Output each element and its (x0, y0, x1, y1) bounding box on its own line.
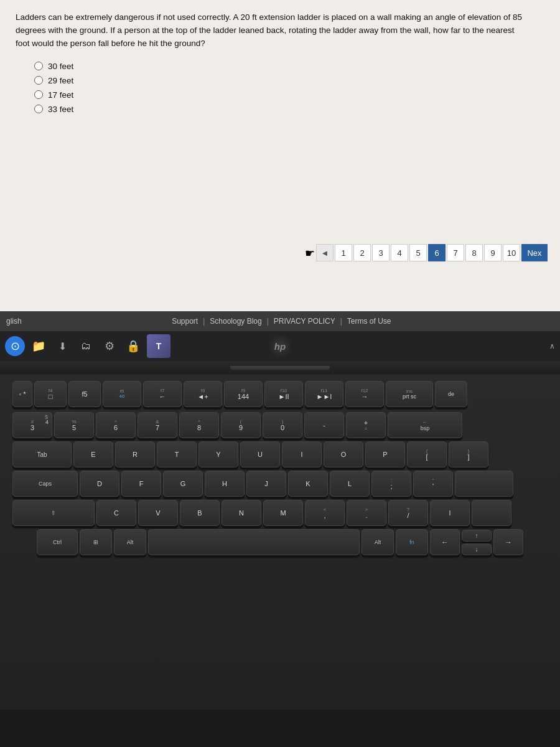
key-equals[interactable]: += (346, 412, 386, 438)
key-left-arrow[interactable]: ← (430, 529, 460, 555)
key-f12[interactable]: f12→ (345, 381, 384, 407)
download-icon[interactable]: ⬇ (52, 336, 72, 356)
key-caps[interactable]: Caps (12, 471, 78, 497)
key-9[interactable]: (9 (221, 412, 261, 438)
schoology-blog-link[interactable]: Schoology Blog (210, 317, 261, 326)
page-btn-5[interactable]: 5 (409, 244, 427, 261)
key-space[interactable] (148, 529, 360, 555)
terms-link[interactable]: Terms of Use (347, 317, 391, 326)
settings-icon[interactable]: ⚙ (100, 336, 119, 356)
key-h[interactable]: H (205, 471, 245, 497)
page-btn-10[interactable]: 10 (503, 244, 520, 261)
fn-row: ◦ * f4□ f5 f640 f7← f8◄+ f9144 f10►II f1… (12, 381, 548, 407)
option-1[interactable]: 30 feet (34, 62, 544, 71)
key-f6[interactable]: f640 (103, 381, 141, 407)
radio-30-feet[interactable] (34, 62, 43, 70)
key-right-arrow[interactable]: → (493, 529, 523, 555)
radio-17-feet[interactable] (34, 90, 43, 99)
key-lbracket[interactable]: {[ (407, 441, 447, 467)
option-3[interactable]: 17 feet (34, 90, 544, 100)
key-win[interactable]: ⊞ (80, 529, 112, 555)
key-l[interactable]: L (330, 471, 370, 497)
key-lshift[interactable]: ⇧ (12, 500, 95, 526)
key-f7[interactable]: f7← (143, 381, 182, 407)
key-quote[interactable]: "' (413, 471, 453, 497)
privacy-policy-link[interactable]: PRIVACY POLICY (274, 317, 335, 326)
radio-33-feet[interactable] (34, 105, 43, 113)
key-p[interactable]: P (365, 441, 405, 467)
key-d[interactable]: D (80, 471, 119, 497)
key-5[interactable]: %5 (54, 412, 94, 438)
key-backspace[interactable]: ← bsp (388, 412, 462, 438)
key-r[interactable]: R (115, 441, 155, 467)
key-alt-left[interactable]: Alt (114, 529, 146, 555)
teams-icon[interactable]: T (147, 334, 170, 358)
option-4[interactable]: 33 feet (34, 105, 544, 114)
key-n[interactable]: N (222, 500, 261, 526)
key-f4[interactable]: f4□ (34, 381, 67, 407)
key-8[interactable]: *8 (179, 412, 219, 438)
page-btn-6[interactable]: 6 (428, 244, 446, 261)
taskbar-chevron-up[interactable]: ∧ (549, 342, 555, 350)
key-g[interactable]: G (163, 471, 203, 497)
key-rshift[interactable] (472, 500, 511, 526)
key-down-arrow[interactable]: ↓ (462, 543, 492, 555)
page-btn-2[interactable]: 2 (353, 244, 371, 261)
page-btn-9[interactable]: 9 (484, 244, 502, 261)
key-k[interactable]: K (288, 471, 328, 497)
key-i[interactable]: I (282, 441, 322, 467)
key-ctrl-left[interactable]: Ctrl (37, 529, 78, 555)
page-btn-1[interactable]: 1 (335, 244, 352, 261)
key-u[interactable]: U (240, 441, 280, 467)
key-up-arrow[interactable]: ↑ (462, 530, 492, 542)
key-tab[interactable]: Tab (12, 441, 72, 467)
key-c[interactable]: C (96, 500, 136, 526)
key-rbracket[interactable]: }] (449, 441, 488, 467)
page-btn-7[interactable]: 7 (447, 244, 464, 261)
key-f10[interactable]: f10►II (264, 381, 303, 407)
file-explorer-icon[interactable]: 📁 (29, 336, 49, 356)
browser-icon[interactable]: ⊙ (5, 336, 25, 356)
key-period[interactable]: >. (347, 500, 386, 526)
key-enter[interactable] (455, 471, 513, 497)
key-b[interactable]: B (180, 500, 220, 526)
key-semicolon[interactable]: :; (371, 471, 411, 497)
key-o[interactable]: O (324, 441, 363, 467)
key-m[interactable]: M (263, 500, 303, 526)
key-comma[interactable]: <, (305, 500, 345, 526)
key-alt-right[interactable]: Alt (362, 529, 394, 555)
zxcv-row: ⇧ C V B N M <, >. ?/ I (12, 500, 548, 526)
key-i-right[interactable]: I (430, 500, 470, 526)
key-f[interactable]: F (121, 471, 161, 497)
page-btn-4[interactable]: 4 (391, 244, 408, 261)
key-f11[interactable]: f11►►I (305, 381, 343, 407)
key-j[interactable]: J (246, 471, 286, 497)
key-0[interactable]: )0 (263, 412, 302, 438)
key-f9[interactable]: f9144 (224, 381, 263, 407)
key-fn[interactable]: ◦ * (12, 381, 32, 407)
next-page-button[interactable]: Nex (521, 244, 548, 261)
key-prtsc[interactable]: insprt sc (386, 381, 433, 407)
key-6[interactable]: ^6 (96, 412, 136, 438)
key-f5[interactable]: f5 (68, 381, 101, 407)
radio-29-feet[interactable] (34, 76, 43, 85)
key-del[interactable]: de (435, 381, 467, 407)
taskbar: ⊙ 📁 ⬇ 🗂 ⚙ 🔒 T hp ∧ (0, 331, 560, 361)
key-t[interactable]: T (157, 441, 197, 467)
key-3[interactable]: #3$4 (12, 412, 52, 438)
key-v[interactable]: V (138, 500, 178, 526)
key-e[interactable]: E (73, 441, 113, 467)
key-7[interactable]: &7 (138, 412, 177, 438)
key-slash[interactable]: ?/ (388, 500, 428, 526)
shield-icon[interactable]: 🔒 (123, 336, 143, 356)
page-btn-8[interactable]: 8 (465, 244, 483, 261)
folder-icon-2[interactable]: 🗂 (76, 336, 96, 356)
key-y[interactable]: Y (198, 441, 238, 467)
key-minus[interactable]: - (304, 412, 344, 438)
option-2[interactable]: 29 feet (34, 76, 544, 85)
page-btn-3[interactable]: 3 (372, 244, 390, 261)
support-link[interactable]: Support (172, 317, 198, 326)
key-f8[interactable]: f8◄+ (184, 381, 222, 407)
key-fn-right[interactable]: fn (396, 529, 428, 555)
prev-page-button[interactable]: ◄ (316, 244, 334, 261)
